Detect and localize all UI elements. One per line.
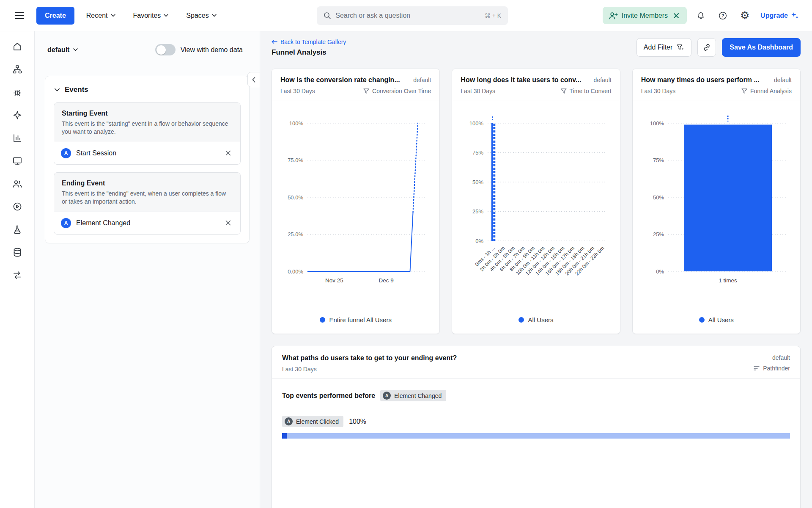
ending-event-title: Ending Event — [54, 173, 240, 187]
sparkles-icon — [791, 11, 799, 20]
home-icon[interactable] — [9, 41, 26, 52]
y-tick-label: 25.0% — [288, 231, 303, 237]
workspace-select[interactable]: default — [47, 46, 78, 54]
svg-text:?: ? — [721, 13, 724, 18]
add-filter-label: Add Filter — [644, 44, 672, 51]
audiences-icon[interactable] — [9, 178, 26, 189]
journeys-icon[interactable] — [9, 269, 26, 281]
bar[interactable] — [684, 125, 772, 272]
search-icon — [324, 12, 331, 19]
y-tick-label: 75% — [653, 157, 664, 163]
chevron-down-icon — [73, 48, 78, 51]
y-tick-label: 75% — [472, 149, 483, 156]
remove-ending-event-icon[interactable] — [222, 218, 233, 229]
search-input[interactable] — [335, 12, 480, 19]
chart-kind-label: Time to Convert — [570, 88, 612, 94]
chart-legend[interactable]: All Users — [699, 316, 734, 324]
chart-kind-label: Conversion Over Time — [372, 88, 431, 94]
nav-spaces[interactable]: Spaces — [180, 8, 222, 24]
panel-top: default View with demo data — [35, 31, 260, 55]
invite-close-icon[interactable] — [672, 11, 681, 20]
session-replay-icon[interactable] — [9, 201, 26, 212]
path-event-chip[interactable]: A Element Clicked — [282, 416, 343, 427]
global-search[interactable]: ⌘ + K — [317, 6, 508, 25]
funnel-icon — [741, 88, 747, 94]
funnel-times-bar-chart: 100%75%50%25%0%1 times — [642, 106, 791, 290]
demo-data-toggle[interactable] — [155, 44, 176, 55]
upgrade-button[interactable]: Upgrade — [759, 8, 801, 23]
data-icon[interactable] — [9, 246, 26, 258]
panel-collapse-button[interactable] — [247, 72, 260, 87]
events-section-header[interactable]: Events — [55, 86, 240, 94]
legend-dot — [699, 317, 705, 323]
ending-event-description: This event is the "ending" event, when a… — [54, 187, 240, 212]
card-scope: default — [594, 77, 612, 83]
chart-kind-select[interactable]: Conversion Over Time — [363, 88, 431, 94]
remove-starting-event-icon[interactable] — [222, 148, 233, 159]
chart-kind-select[interactable]: Time to Convert — [561, 88, 612, 94]
amplitude-event-icon: A — [61, 148, 71, 158]
line-series[interactable] — [307, 212, 413, 271]
charts-icon[interactable] — [9, 132, 26, 144]
card-title[interactable]: How long does it take users to conv... — [461, 76, 589, 84]
app-root: Create Recent Favorites Spaces ⌘ + K Inv… — [0, 0, 812, 508]
help-button[interactable]: ? — [715, 8, 731, 24]
legend-dot — [320, 317, 325, 323]
card-date-range[interactable]: Last 30 Days — [641, 88, 676, 94]
card-title[interactable]: How many times do users perform ... — [641, 76, 770, 84]
back-to-gallery-link[interactable]: Back to Template Gallery — [272, 39, 346, 45]
ending-event-row[interactable]: A Element Changed — [54, 212, 240, 234]
chart-legend[interactable]: Entire funnel All Users — [320, 316, 392, 324]
path-event-percent: 100% — [349, 418, 366, 425]
chevron-down-icon — [111, 14, 115, 17]
ai-sparkle-icon[interactable] — [9, 109, 26, 121]
pathfinder-date-range[interactable]: Last 30 Days — [282, 366, 457, 373]
experiments-icon[interactable] — [9, 224, 26, 235]
y-tick-label: 0% — [656, 268, 664, 275]
toggle-knob — [156, 45, 166, 55]
save-as-dashboard-button[interactable]: Save As Dashboard — [722, 38, 801, 57]
starting-event-row[interactable]: A Start Session — [54, 142, 240, 164]
hamburger-icon[interactable] — [11, 7, 28, 24]
target-event-chip[interactable]: A Element Changed — [380, 390, 446, 401]
chart-legend[interactable]: All Users — [518, 316, 553, 324]
dashboards-icon[interactable] — [9, 155, 26, 166]
gear-icon: ⚙ — [740, 10, 749, 21]
amplitude-event-icon: A — [61, 218, 71, 228]
add-filter-button[interactable]: Add Filter — [636, 38, 691, 57]
target-event-name: Element Changed — [394, 392, 442, 399]
ending-event-name: Element Changed — [76, 219, 130, 227]
chevron-down-icon — [212, 14, 217, 17]
card-date-range[interactable]: Last 30 Days — [461, 88, 495, 94]
search-shortcut: ⌘ + K — [485, 12, 501, 19]
debugger-icon[interactable] — [9, 86, 26, 98]
nav-favorites[interactable]: Favorites — [127, 8, 175, 24]
pathfinder-bar[interactable] — [282, 433, 790, 439]
starting-event-name: Start Session — [76, 149, 116, 157]
y-tick-label: 25% — [653, 231, 664, 237]
chart-kind-select[interactable]: Funnel Analysis — [741, 88, 792, 94]
line-series-projected[interactable] — [413, 123, 418, 212]
nav-favorites-label: Favorites — [133, 12, 161, 19]
y-tick-label: 50% — [472, 179, 483, 185]
conversion-over-time-card: How is the conversion rate changin... de… — [272, 69, 440, 334]
card-scope: default — [413, 77, 431, 83]
create-button[interactable]: Create — [36, 7, 74, 25]
invite-members-button[interactable]: Invite Members — [603, 7, 687, 24]
demo-toggle-label: View with demo data — [181, 46, 243, 54]
copy-link-button[interactable] — [697, 38, 716, 57]
chart-kind-select[interactable]: Pathfinder — [754, 365, 790, 372]
card-title[interactable]: How is the conversion rate changin... — [280, 76, 409, 84]
bar[interactable] — [491, 123, 493, 241]
chevron-left-icon — [252, 77, 255, 83]
notifications-button[interactable] — [693, 8, 709, 24]
y-tick-label: 50% — [653, 194, 664, 201]
taxonomy-icon[interactable] — [9, 64, 26, 75]
nav-recent[interactable]: Recent — [80, 8, 121, 24]
settings-button[interactable]: ⚙ — [737, 8, 753, 24]
card-scope: default — [774, 77, 792, 83]
legend-label: All Users — [708, 316, 734, 323]
legend-label: Entire funnel All Users — [329, 316, 392, 323]
arrow-left-icon — [272, 39, 277, 44]
card-date-range[interactable]: Last 30 Days — [280, 88, 315, 94]
